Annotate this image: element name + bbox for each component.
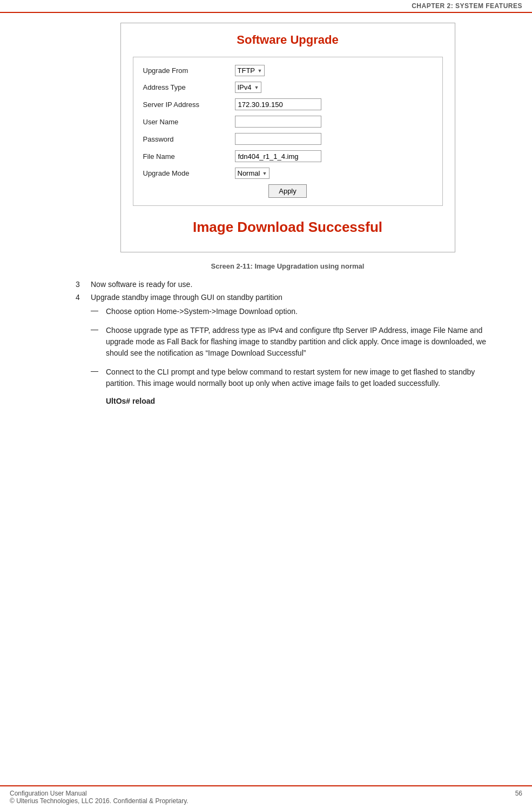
label-filename: File Name: [143, 152, 235, 161]
form-row-address-type: Address Type IPv4: [143, 82, 433, 93]
form-row-password: Password: [143, 133, 433, 145]
value-upgrade-mode: Normal: [235, 168, 270, 179]
dash-item-1: — Choose option Home->System->Image Down…: [91, 306, 500, 317]
step-number-4: 4: [76, 293, 91, 302]
value-server-ip: [235, 98, 321, 110]
chapter-header: CHAPTER 2: SYSTEM FEATURES: [0, 0, 532, 13]
form-row-username: User Name: [143, 116, 433, 128]
label-username: User Name: [143, 118, 235, 126]
dash-item-2: — Choose upgrade type as TFTP, address t…: [91, 325, 500, 359]
select-wrapper-upgrade-from[interactable]: TFTP: [235, 65, 265, 76]
dash-text-2: Choose upgrade type as TFTP, address typ…: [106, 325, 500, 359]
dash-symbol-2: —: [91, 325, 106, 333]
apply-row: Apply: [143, 184, 433, 198]
label-address-type: Address Type: [143, 83, 235, 91]
form-row-upgrade-from: Upgrade From TFTP: [143, 65, 433, 76]
label-password: Password: [143, 135, 235, 143]
footer: Configuration User Manual © Ulterius Tec…: [0, 785, 532, 808]
select-upgrade-mode[interactable]: Normal: [235, 168, 270, 179]
select-upgrade-from[interactable]: TFTP: [235, 65, 265, 76]
upgrade-form: Upgrade From TFTP Address Type IPv4: [133, 57, 443, 206]
label-upgrade-from: Upgrade From: [143, 66, 235, 75]
screenshot-box: Software Upgrade Upgrade From TFTP Addre…: [120, 23, 455, 252]
dash-item-3: — Connect to the CLI prompt and type bel…: [91, 366, 500, 389]
value-username: [235, 116, 321, 128]
numbered-list: 3 Now software is ready for use. 4 Upgra…: [76, 280, 500, 405]
select-address-type[interactable]: IPv4: [235, 82, 261, 93]
apply-button[interactable]: Apply: [268, 184, 307, 198]
main-content: Software Upgrade Upgrade From TFTP Addre…: [0, 13, 532, 438]
form-row-server-ip: Server IP Address: [143, 98, 433, 110]
footer-manual-title: Configuration User Manual: [10, 790, 87, 797]
input-password[interactable]: [235, 133, 321, 145]
footer-page-number: 56: [515, 790, 522, 805]
footer-copyright: © Ulterius Technologies, LLC 2016. Confi…: [10, 797, 188, 805]
dash-symbol-3: —: [91, 366, 106, 375]
value-password: [235, 133, 321, 145]
dash-list: — Choose option Home->System->Image Down…: [91, 306, 500, 389]
form-row-upgrade-mode: Upgrade Mode Normal: [143, 168, 433, 179]
numbered-item-3: 3 Now software is ready for use.: [76, 280, 500, 289]
chapter-title: CHAPTER 2: SYSTEM FEATURES: [412, 2, 522, 10]
form-row-filename: File Name: [143, 150, 433, 162]
label-server-ip: Server IP Address: [143, 101, 235, 109]
dash-text-3: Connect to the CLI prompt and type below…: [106, 366, 500, 389]
caption: Screen 2-11: Image Upgradation using nor…: [76, 262, 500, 270]
screenshot-title: Software Upgrade: [133, 33, 443, 47]
success-message: Image Download Successful: [133, 216, 443, 240]
numbered-item-4: 4 Upgrade standby image through GUI on s…: [76, 293, 500, 302]
value-address-type: IPv4: [235, 82, 261, 93]
select-wrapper-address-type[interactable]: IPv4: [235, 82, 261, 93]
command-text: UltOs# reload: [106, 397, 500, 405]
input-server-ip[interactable]: [235, 98, 321, 110]
step-number-3: 3: [76, 280, 91, 289]
select-wrapper-upgrade-mode[interactable]: Normal: [235, 168, 270, 179]
value-filename: [235, 150, 321, 162]
dash-symbol-1: —: [91, 306, 106, 315]
footer-left: Configuration User Manual © Ulterius Tec…: [10, 790, 188, 805]
input-filename[interactable]: [235, 150, 321, 162]
input-username[interactable]: [235, 116, 321, 128]
label-upgrade-mode: Upgrade Mode: [143, 169, 235, 177]
dash-text-1: Choose option Home->System->Image Downlo…: [106, 306, 298, 317]
value-upgrade-from: TFTP: [235, 65, 265, 76]
step-text-4: Upgrade standby image through GUI on sta…: [91, 293, 282, 302]
step-text-3: Now software is ready for use.: [91, 280, 192, 289]
